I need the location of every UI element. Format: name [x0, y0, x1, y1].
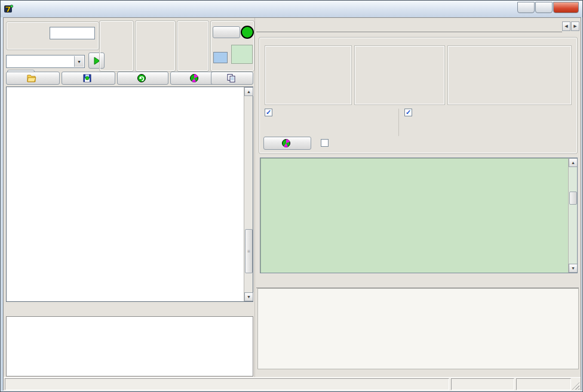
- analyzer-clear-button[interactable]: [263, 137, 311, 150]
- tabs-scroll-left-icon[interactable]: ◀: [562, 21, 570, 31]
- clear-icon: [281, 138, 291, 148]
- analyze-chances-checkbox[interactable]: [265, 109, 272, 116]
- autoshift-as-button[interactable]: [241, 26, 254, 39]
- undo-button[interactable]: [117, 72, 168, 85]
- status-bar: [4, 377, 581, 391]
- scroll-up-icon[interactable]: ▲: [244, 87, 253, 96]
- roulette-group: [135, 20, 176, 72]
- main-content: ▼: [3, 17, 581, 390]
- minimize-button[interactable]: [517, 2, 535, 13]
- type-group: [177, 20, 209, 72]
- prev-value: [213, 52, 228, 63]
- status-autoshift: [451, 378, 514, 390]
- save-icon: [82, 73, 92, 83]
- new-button[interactable]: [213, 26, 240, 38]
- table-scrollbar[interactable]: ▲ ▼ ≡: [244, 87, 253, 301]
- scroll-down-icon[interactable]: ▼: [569, 264, 578, 273]
- section-chances-miss: [354, 45, 445, 105]
- autoclean-checkbox[interactable]: [321, 139, 329, 147]
- log-scrollbar[interactable]: ▲ ▼: [568, 158, 577, 273]
- start-sum-input[interactable]: [50, 27, 95, 39]
- load-button[interactable]: [6, 72, 60, 85]
- scroll-down-icon[interactable]: ▼: [244, 292, 253, 301]
- scroll-up-icon[interactable]: ▲: [569, 158, 578, 167]
- spins-table: ▲ ▼ ≡: [6, 87, 253, 302]
- input-tabstrip: [6, 304, 253, 317]
- game-on-group: [99, 20, 134, 72]
- app-icon: [4, 4, 14, 14]
- analyzer-log[interactable]: ▲ ▼: [260, 158, 578, 273]
- history-combobox[interactable]: ▼: [6, 55, 85, 68]
- clear-icon: [189, 73, 199, 83]
- close-button[interactable]: [553, 2, 579, 13]
- start-group: [6, 21, 99, 50]
- right-panel: ◀ ▶: [254, 18, 581, 377]
- chevron-down-icon[interactable]: ▼: [74, 56, 84, 67]
- undo-icon: [137, 73, 146, 83]
- divider: [398, 109, 399, 136]
- number-pad: [6, 316, 253, 376]
- scrollbar-thumb[interactable]: ≡: [245, 229, 253, 273]
- status-last-spin: [5, 378, 449, 390]
- tabs-scroll-right-icon[interactable]: ▶: [571, 21, 579, 31]
- save-button[interactable]: [62, 72, 115, 85]
- folder-open-icon: [27, 73, 36, 83]
- current-number: [231, 45, 253, 64]
- title-bar: [1, 1, 582, 17]
- alternation-chances: [265, 109, 395, 120]
- section-chances-streak: [265, 45, 352, 105]
- copy-icon: [226, 73, 236, 83]
- analyzer-tabstrip: [256, 19, 562, 32]
- resize-grip[interactable]: [572, 382, 579, 390]
- autoshift-group: [210, 20, 254, 72]
- scrollbar-thumb[interactable]: [569, 192, 577, 205]
- frequency-chart: [257, 288, 579, 369]
- alternation-dozens: [404, 109, 536, 120]
- chart-tabstrip: [256, 275, 579, 288]
- autoclean-check: [321, 139, 332, 147]
- app-window: ▼: [0, 0, 583, 392]
- maximize-button[interactable]: [535, 2, 553, 13]
- status-source: [516, 378, 571, 390]
- copy-to-buffer-button[interactable]: [211, 72, 253, 85]
- analyze-dozens-checkbox[interactable]: [404, 109, 412, 116]
- section-dozen-column: [447, 45, 572, 105]
